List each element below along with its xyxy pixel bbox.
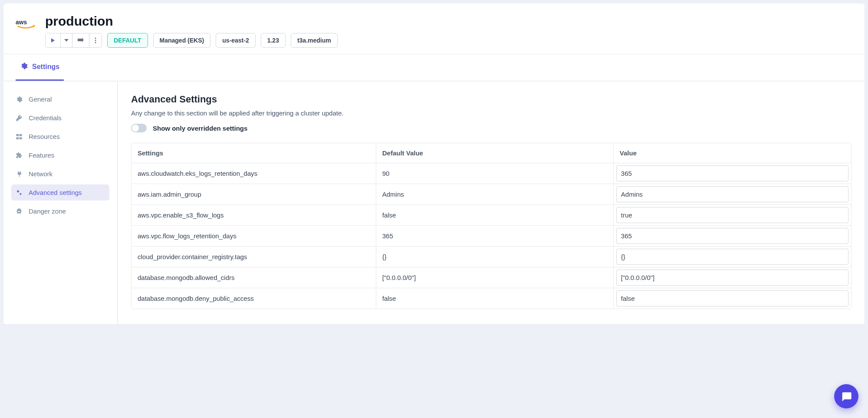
table-row: cloud_provider.container_registry.tags{} [132,247,851,267]
col-header-default: Default Value [376,143,614,163]
svg-rect-8 [20,137,22,139]
sidebar-item-label: Advanced settings [29,189,82,196]
action-button-group [45,33,102,48]
svg-rect-7 [16,137,19,139]
sidebar-item-label: Resources [29,133,60,140]
sidebar-item-resources[interactable]: Resources [11,128,109,145]
gear-icon [16,96,23,103]
svg-rect-1 [78,39,82,41]
sidebar-item-network[interactable]: Network [11,166,109,182]
setting-default: 90 [376,163,614,184]
sidebar-item-danger-zone[interactable]: Danger zone [11,203,109,219]
sidebar-item-credentials[interactable]: Credentials [11,110,109,126]
pill-version: 1.23 [261,33,286,48]
setting-value-input[interactable] [616,290,848,306]
section-heading: Advanced Settings [131,94,852,105]
settings-table: Settings Default Value Value aws.cloudwa… [131,143,852,309]
plug-icon [16,171,23,178]
table-row: aws.cloudwatch.eks_logs_retention_days90 [132,163,851,184]
setting-value-cell [614,288,851,309]
table-row: aws.iam.admin_groupAdmins [132,184,851,205]
setting-key: database.mongodb.deny_public_access [132,288,376,309]
deploy-button[interactable] [72,33,89,47]
gears-icon [16,189,23,196]
tab-label: Settings [32,63,59,71]
sidebar-item-advanced-settings[interactable]: Advanced settings [11,184,109,201]
setting-value-input[interactable] [616,270,848,286]
svg-point-2 [95,38,96,39]
page-title: production [45,14,852,29]
setting-default: 365 [376,226,614,247]
setting-default: Admins [376,184,614,205]
svg-point-4 [95,42,96,43]
setting-key: aws.iam.admin_group [132,184,376,205]
table-row: aws.vpc.flow_logs_retention_days365 [132,226,851,247]
table-row: database.mongodb.deny_public_accessfalse [132,288,851,309]
skull-icon [16,208,23,215]
pill-managed: Managed (EKS) [153,33,211,48]
setting-value-input[interactable] [616,165,848,181]
svg-text:aws: aws [16,19,27,26]
setting-value-cell [614,226,851,247]
settings-sidebar: General Credentials Resources Features N… [3,82,118,324]
setting-value-input[interactable] [616,249,848,265]
resources-icon [16,133,23,140]
setting-value-cell [614,163,851,184]
setting-value-cell [614,205,851,226]
gear-icon [20,62,28,72]
play-button[interactable] [46,33,61,47]
svg-rect-6 [20,134,22,136]
setting-value-cell [614,247,851,267]
setting-key: aws.vpc.enable_s3_flow_logs [132,205,376,226]
setting-value-cell [614,184,851,205]
sidebar-item-label: General [29,95,52,103]
svg-rect-5 [16,134,19,136]
sidebar-item-general[interactable]: General [11,91,109,107]
sidebar-item-label: Credentials [29,114,62,122]
svg-point-3 [95,40,96,41]
cluster-status-pill[interactable]: DEFAULT [107,33,148,48]
setting-default: false [376,205,614,226]
play-dropdown-button[interactable] [61,33,72,47]
setting-default: {} [376,247,614,267]
col-header-value: Value [614,143,851,163]
key-icon [16,115,23,122]
sidebar-item-features[interactable]: Features [11,147,109,163]
setting-default: false [376,288,614,309]
show-overridden-toggle[interactable] [131,124,147,132]
table-row: database.mongodb.allowed_cidrs["0.0.0.0/… [132,267,851,288]
setting-key: aws.cloudwatch.eks_logs_retention_days [132,163,376,184]
pill-instance: t3a.medium [291,33,338,48]
toggle-label: Show only overridden settings [153,125,247,132]
table-row: aws.vpc.enable_s3_flow_logsfalse [132,205,851,226]
puzzle-icon [16,152,23,159]
sidebar-item-label: Features [29,151,54,159]
setting-value-input[interactable] [616,228,848,244]
more-actions-button[interactable] [89,33,102,47]
setting-key: cloud_provider.container_registry.tags [132,247,376,267]
tab-settings[interactable]: Settings [16,54,64,81]
col-header-settings: Settings [132,143,376,163]
setting-key: database.mongodb.allowed_cidrs [132,267,376,288]
setting-value-cell [614,267,851,288]
setting-default: ["0.0.0.0/0"] [376,267,614,288]
sidebar-item-label: Danger zone [29,207,66,215]
section-subtitle: Any change to this section will be appli… [131,109,852,117]
sidebar-item-label: Network [29,170,53,178]
setting-value-input[interactable] [616,207,848,223]
setting-key: aws.vpc.flow_logs_retention_days [132,226,376,247]
setting-value-input[interactable] [616,186,848,202]
pill-region: us-east-2 [216,33,255,48]
aws-logo: aws [16,19,36,39]
